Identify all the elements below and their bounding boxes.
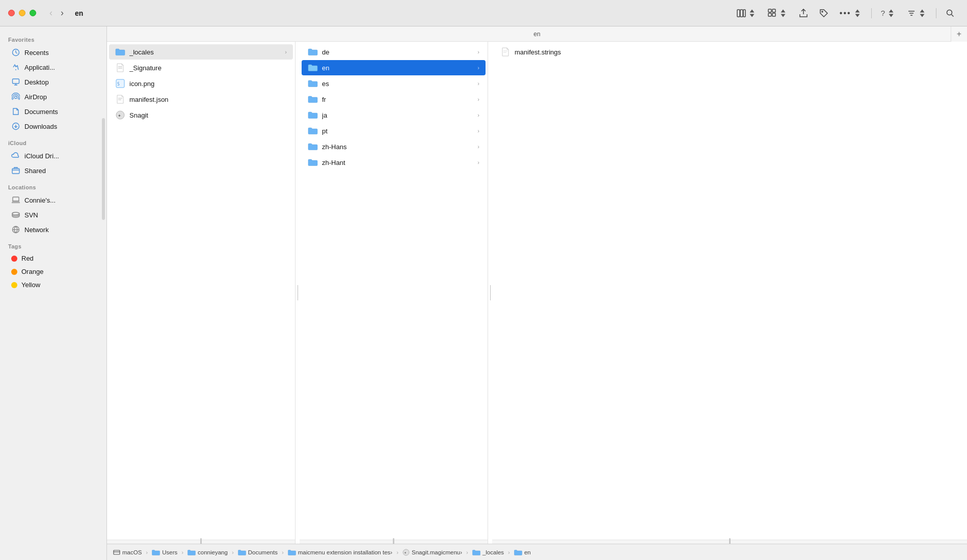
file-name-es: es (322, 80, 475, 88)
svg-rect-14 (12, 169, 19, 174)
column-1: _locales › _Signat (107, 42, 296, 544)
file-row-manifest-strings[interactable]: manifest.strings (494, 44, 965, 60)
col-resize-1[interactable] (296, 42, 300, 544)
sidebar-item-recents[interactable]: Recents (3, 45, 103, 60)
column-3: manifest.strings (492, 42, 967, 544)
svg-rect-1 (740, 10, 743, 17)
file-row-en[interactable]: en › (302, 60, 486, 75)
col-resize-2[interactable] (488, 42, 492, 544)
folder-breadcrumb-icon-users (152, 549, 160, 555)
folder-icon-fr (308, 94, 318, 104)
svg-rect-28 (114, 550, 120, 554)
sidebar-item-downloads[interactable]: Downloads (3, 119, 103, 133)
file-row-signature[interactable]: _Signature (109, 60, 293, 75)
file-row-de[interactable]: de › (302, 44, 486, 60)
file-name-de: de (322, 48, 475, 56)
grid-chevron-icon (778, 9, 788, 18)
sidebar-item-svn[interactable]: SVN (3, 208, 103, 222)
file-row-zh-hant[interactable]: zh-Hant › (302, 155, 486, 170)
sidebar-item-tag-yellow[interactable]: Yellow (3, 278, 103, 291)
sidebar-item-documents[interactable]: Documents (3, 104, 103, 119)
sidebar-item-tag-red[interactable]: Red (3, 252, 103, 265)
folder-icon-pt (308, 126, 318, 136)
sidebar-item-connies-mac[interactable]: Connie's... (3, 193, 103, 207)
svg-rect-3 (768, 9, 771, 12)
sidebar-item-shared[interactable]: Shared (3, 163, 103, 178)
tag-button[interactable] (815, 6, 832, 20)
sep-2: › (181, 549, 183, 555)
document-icon (11, 107, 20, 116)
folder-breadcrumb-icon-maicmenu (288, 549, 296, 555)
breadcrumb-documents[interactable]: Documents (238, 549, 278, 555)
file-row-fr[interactable]: fr › (302, 92, 486, 107)
file-row-zh-hans[interactable]: zh-Hans › (302, 139, 486, 154)
folder-icon-es (308, 78, 318, 89)
file-row-icon-png[interactable]: S icon.png (109, 76, 293, 91)
sort-button[interactable] (903, 6, 931, 20)
window-title: en (75, 9, 83, 17)
help-button[interactable]: ? (877, 6, 900, 20)
sidebar-item-network[interactable]: Network (3, 222, 103, 237)
maximize-button[interactable] (30, 10, 36, 16)
breadcrumb-users-label: Users (162, 549, 177, 555)
svg-rect-2 (743, 10, 745, 17)
forward-button[interactable]: › (58, 6, 67, 20)
col2-scroll-handle[interactable] (393, 538, 394, 544)
share-button[interactable] (795, 6, 812, 20)
grid-view-button[interactable] (764, 6, 792, 20)
svg-text:✦: ✦ (404, 551, 407, 554)
chevron-zh-hans: › (477, 144, 479, 150)
sidebar-item-documents-label: Documents (24, 108, 58, 116)
status-bar: macOS › Users › connieyang › (107, 544, 967, 560)
back-button[interactable]: ‹ (46, 6, 56, 20)
breadcrumb-macos-label: macOS (122, 549, 142, 555)
breadcrumb-snagit-magicmenu[interactable]: ✦ Snagit.magicmenu› (402, 549, 462, 556)
svg-point-16 (12, 212, 19, 215)
folder-icon-de (308, 47, 318, 57)
chevron-en: › (477, 65, 479, 71)
file-row-ja[interactable]: ja › (302, 107, 486, 123)
breadcrumb-macos[interactable]: macOS (113, 549, 142, 555)
file-row-pt[interactable]: pt › (302, 123, 486, 138)
svg-rect-5 (768, 13, 771, 16)
browser-area: en + _locales › (107, 26, 967, 560)
add-tab-button[interactable]: + (951, 26, 967, 42)
sidebar-scrollbar[interactable] (102, 118, 105, 220)
view-toggle-button[interactable] (733, 6, 761, 20)
breadcrumb-locales[interactable]: _locales (472, 549, 504, 555)
svg-rect-4 (772, 9, 775, 12)
breadcrumb-users[interactable]: Users (152, 549, 177, 555)
file-row-es[interactable]: es › (302, 76, 486, 91)
search-button[interactable] (942, 6, 959, 20)
col1-scroll-handle[interactable] (200, 538, 202, 544)
sidebar-item-downloads-label: Downloads (24, 123, 57, 130)
sidebar-item-airdrop[interactable]: AirDrop (3, 90, 103, 104)
more-options-button[interactable]: ••• (836, 6, 866, 20)
folder-breadcrumb-icon-locales (472, 549, 480, 555)
chevron-fr: › (477, 96, 479, 102)
svg-rect-6 (772, 13, 775, 16)
file-name-zh-hant: zh-Hant (322, 159, 475, 166)
sidebar-item-tag-orange[interactable]: Orange (3, 265, 103, 278)
sidebar: Favorites Recents Applicati... (0, 26, 107, 560)
search-icon (946, 9, 955, 18)
chevron-es: › (477, 80, 479, 87)
file-row-locales[interactable]: _locales › (109, 44, 293, 60)
file-row-manifest-json[interactable]: manifest.json (109, 92, 293, 107)
chevron-de: › (477, 49, 479, 55)
sidebar-item-applications[interactable]: Applicati... (3, 60, 103, 74)
breadcrumb-connieyang[interactable]: connieyang (187, 549, 228, 555)
breadcrumb-maicmenu[interactable]: maicmenu extension installation tes› (288, 549, 392, 555)
sidebar-item-icloud-drive[interactable]: iCloud Dri... (3, 149, 103, 163)
col3-scroll-handle[interactable] (729, 538, 731, 544)
file-name-en: en (322, 64, 475, 72)
app-icon (11, 63, 20, 72)
sidebar-item-desktop[interactable]: Desktop (3, 75, 103, 89)
file-row-snagit[interactable]: ✦ Snagit (109, 107, 293, 123)
desktop-icon (11, 77, 20, 87)
minimize-button[interactable] (19, 10, 25, 16)
breadcrumb-maicmenu-label: maicmenu extension installation tes› (298, 549, 392, 555)
breadcrumb-en[interactable]: en (514, 549, 531, 555)
close-button[interactable] (8, 10, 15, 16)
file-name-zh-hans: zh-Hans (322, 143, 475, 151)
